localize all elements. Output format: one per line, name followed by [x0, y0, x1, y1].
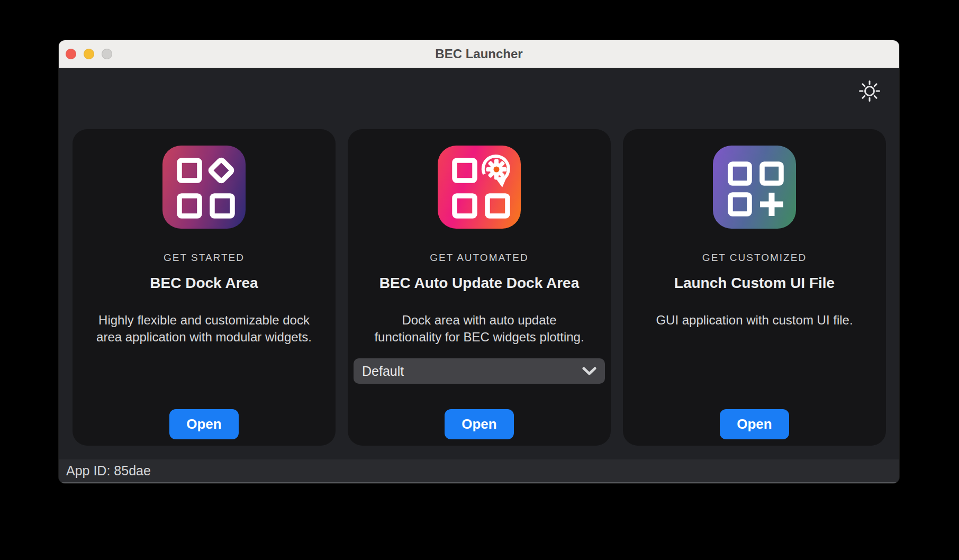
card-title: BEC Dock Area [150, 275, 258, 292]
gear-glyph [483, 156, 509, 187]
auto-update-app-icon [438, 146, 521, 229]
theme-toggle-button[interactable] [857, 79, 882, 103]
status-bar: App ID: 85dae [59, 459, 899, 483]
sun-icon [858, 79, 881, 103]
config-select[interactable]: Default [354, 358, 605, 384]
card-description: Dock area with auto update functionality… [374, 312, 584, 346]
card-title: Launch Custom UI File [674, 275, 835, 292]
open-custom-ui-button[interactable]: Open [720, 409, 789, 439]
app-id-label: App ID: 85dae [66, 463, 151, 478]
card-launch-custom-ui: GET CUSTOMIZED Launch Custom UI File GUI… [623, 129, 886, 446]
open-auto-update-button[interactable]: Open [445, 409, 514, 439]
desktop-background: BEC Launcher [0, 0, 959, 560]
chevron-down-icon [582, 367, 596, 376]
window-title: BEC Launcher [435, 47, 522, 61]
bec-launcher-window: BEC Launcher [59, 40, 899, 483]
card-bec-auto-update: GET AUTOMATED BEC Auto Update Dock Area … [348, 129, 611, 446]
titlebar[interactable]: BEC Launcher [59, 40, 899, 68]
dock-area-app-icon [162, 146, 246, 229]
traffic-lights [66, 40, 112, 68]
card-eyebrow: GET CUSTOMIZED [702, 252, 807, 264]
plus-glyph [760, 193, 783, 216]
minimize-button[interactable] [84, 49, 94, 59]
card-title: BEC Auto Update Dock Area [379, 275, 580, 292]
card-description: GUI application with custom UI file. [656, 312, 853, 329]
fullscreen-button[interactable] [102, 49, 112, 59]
open-dock-area-button[interactable]: Open [169, 409, 239, 439]
card-eyebrow: GET STARTED [164, 252, 245, 264]
launcher-cards: GET STARTED BEC Dock Area Highly flexibl… [73, 129, 886, 446]
card-bec-dock-area: GET STARTED BEC Dock Area Highly flexibl… [73, 129, 336, 446]
custom-ui-app-icon [713, 146, 796, 229]
config-select-value: Default [362, 364, 582, 379]
card-description: Highly flexible and customizable dock ar… [96, 312, 312, 346]
close-button[interactable] [66, 49, 76, 59]
card-eyebrow: GET AUTOMATED [430, 252, 528, 264]
main-content: GET STARTED BEC Dock Area Highly flexibl… [59, 68, 899, 459]
